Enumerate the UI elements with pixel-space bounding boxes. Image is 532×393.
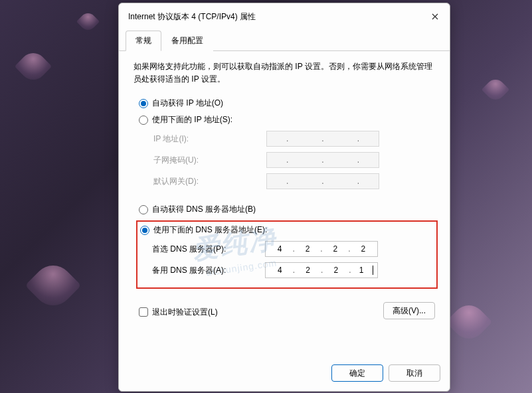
dns-group: 自动获得 DNS 服务器地址(B) 使用下面的 DNS 服务器地址(E): 首选… (139, 204, 435, 295)
checkbox-label: 退出时验证设置(L) (152, 307, 218, 318)
tab-content: 如果网络支持此功能，则可以获取自动指派的 IP 设置。否则，你需要从网络系统管理… (119, 51, 450, 356)
field-label: 默认网关(D): (153, 176, 266, 187)
ok-button[interactable]: 确定 (331, 364, 383, 382)
highlight-box: 使用下面的 DNS 服务器地址(E): 首选 DNS 服务器(P): . . . (136, 220, 438, 289)
ip-group: 自动获得 IP 地址(O) 使用下面的 IP 地址(S): IP 地址(I): … (139, 98, 435, 195)
cancel-button[interactable]: 取消 (389, 364, 440, 382)
text-caret (373, 266, 373, 275)
radio-icon (139, 205, 148, 214)
radio-auto-ip[interactable]: 自动获得 IP 地址(O) (139, 98, 435, 109)
octet-4[interactable] (354, 266, 369, 275)
dialog-footer: 确定 取消 (119, 356, 450, 391)
field-ip-address: IP 地址(I): ... (153, 131, 435, 147)
tabs: 常规 备用配置 (119, 30, 450, 51)
field-label: IP 地址(I): (153, 133, 266, 145)
titlebar: Internet 协议版本 4 (TCP/IPv4) 属性 (119, 3, 450, 30)
radio-label: 使用下面的 IP 地址(S): (152, 114, 232, 125)
advanced-button[interactable]: 高级(V)... (383, 302, 435, 319)
close-button[interactable] (424, 9, 446, 25)
field-preferred-dns: 首选 DNS 服务器(P): . . . (152, 241, 436, 257)
tab-general[interactable]: 常规 (126, 31, 161, 51)
radio-label: 使用下面的 DNS 服务器地址(E): (153, 224, 267, 236)
radio-icon (140, 226, 149, 235)
radio-icon (139, 116, 148, 125)
octet-1[interactable] (270, 244, 290, 254)
radio-label: 自动获得 DNS 服务器地址(B) (152, 204, 256, 215)
radio-icon (139, 99, 148, 108)
octet-2[interactable] (298, 244, 317, 254)
gateway-input: ... (266, 173, 379, 189)
preferred-dns-input[interactable]: . . . (265, 241, 378, 257)
subnet-mask-input: ... (266, 152, 379, 168)
field-label: 子网掩码(U): (153, 155, 266, 166)
radio-label: 自动获得 IP 地址(O) (152, 98, 223, 109)
field-gateway: 默认网关(D): ... (153, 173, 435, 189)
octet-2[interactable] (298, 266, 318, 275)
field-alternate-dns: 备用 DNS 服务器(A): . . . (152, 262, 436, 278)
alternate-dns-input[interactable]: . . . (265, 262, 378, 278)
description-text: 如果网络支持此功能，则可以获取自动指派的 IP 设置。否则，你需要从网络系统管理… (133, 60, 435, 86)
octet-3[interactable] (325, 244, 345, 254)
radio-manual-ip[interactable]: 使用下面的 IP 地址(S): (139, 114, 435, 125)
field-subnet-mask: 子网掩码(U): ... (153, 152, 435, 168)
validate-checkbox-row[interactable]: 退出时验证设置(L) (139, 307, 218, 318)
radio-manual-dns[interactable]: 使用下面的 DNS 服务器地址(E): (140, 224, 436, 236)
field-label: 备用 DNS 服务器(A): (152, 265, 265, 276)
dialog-title: Internet 协议版本 4 (TCP/IPv4) 属性 (128, 11, 256, 23)
radio-auto-dns[interactable]: 自动获得 DNS 服务器地址(B) (139, 204, 435, 215)
close-icon (432, 13, 438, 20)
checkbox-icon (139, 307, 148, 317)
octet-3[interactable] (326, 266, 346, 275)
tab-alternate[interactable]: 备用配置 (161, 31, 213, 51)
ipv4-properties-dialog: Internet 协议版本 4 (TCP/IPv4) 属性 常规 备用配置 如果… (118, 3, 450, 392)
ip-address-input: ... (266, 131, 379, 147)
octet-1[interactable] (270, 266, 290, 275)
field-label: 首选 DNS 服务器(P): (152, 244, 265, 255)
octet-4[interactable] (353, 244, 373, 254)
